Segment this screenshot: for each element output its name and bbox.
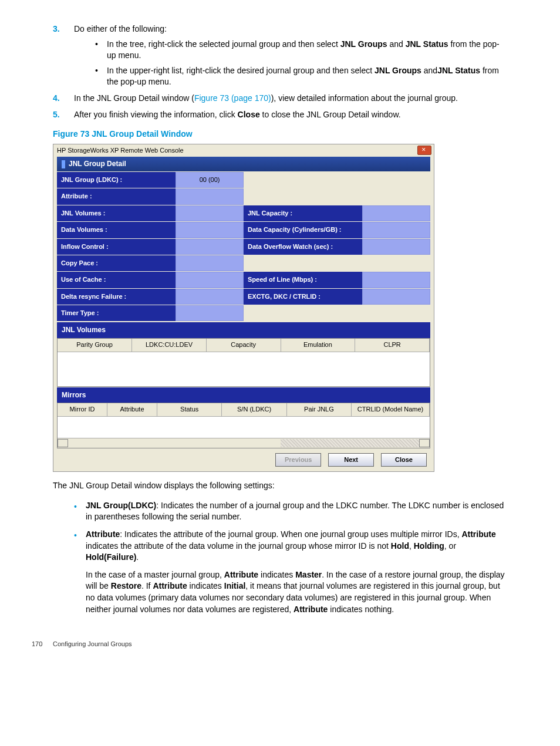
- label-data-capacity: Data Capacity (Cylinders/GB) :: [244, 222, 362, 238]
- window-title: HP StorageWorks XP Remote Web Console: [57, 147, 184, 154]
- label-data-volumes: Data Volumes :: [57, 222, 176, 238]
- value-use-of-cache: [176, 272, 244, 288]
- scroll-right-icon[interactable]: [419, 439, 430, 447]
- button-row: Previous Next Close: [57, 448, 430, 468]
- step-3-sub-2: In the upper-right list, right-click the…: [90, 65, 507, 88]
- value-data-overflow-watch: [362, 239, 430, 255]
- value-timer-type: [176, 305, 244, 321]
- label-jnl-capacity: JNL Capacity :: [244, 205, 362, 221]
- mirrors-header: Mirrors: [57, 387, 430, 403]
- step-3-text: Do either of the following:: [74, 24, 167, 33]
- jnl-group-detail-window: HP StorageWorks XP Remote Web Console JN…: [53, 144, 434, 472]
- value-jnl-group-ldkc: 00 (00): [176, 172, 244, 188]
- value-attribute: [176, 188, 244, 204]
- jnl-volumes-body: [58, 352, 430, 386]
- scroll-thumb[interactable]: [281, 439, 419, 447]
- detail-header: JNL Group Detail: [57, 157, 430, 171]
- after-figure-text: The JNL Group Detail window displays the…: [53, 480, 507, 492]
- label-copy-pace: Copy Pace :: [57, 255, 176, 271]
- value-jnl-volumes: [176, 205, 244, 221]
- bullet-attribute: Attribute: Indicates the attribute of th…: [69, 529, 507, 615]
- col-ldkc-cu-ldev[interactable]: LDKC:CU:LDEV: [132, 339, 207, 352]
- value-exctg-dkc-ctrlid: [362, 289, 430, 305]
- step-5-num: 5.: [53, 109, 60, 121]
- jnl-volumes-table: Parity Group LDKC:CU:LDEV Capacity Emula…: [57, 338, 430, 386]
- label-delta-resync-failure: Delta resync Failure :: [57, 289, 176, 305]
- col-sn-ldkc[interactable]: S/N (LDKC): [222, 403, 286, 416]
- previous-button[interactable]: Previous: [275, 453, 321, 467]
- step-4-num: 4.: [53, 93, 60, 104]
- label-exctg-dkc-ctrlid: EXCTG, DKC / CTRLID :: [244, 289, 362, 305]
- page-footer: 170 Configuring Journal Groups: [53, 640, 507, 649]
- mirrors-table: Mirror ID Attribute Status S/N (LDKC) Pa…: [57, 403, 430, 448]
- step-4: 4. In the JNL Group Detail window (Figur…: [53, 93, 507, 104]
- label-timer-type: Timer Type :: [57, 305, 176, 321]
- col-ctrlid-model-name[interactable]: CTRLID (Model Name): [352, 403, 430, 416]
- col-parity-group[interactable]: Parity Group: [58, 339, 132, 352]
- step-3-sub-1: In the tree, right-click the selected jo…: [90, 39, 507, 62]
- value-data-capacity: [362, 222, 430, 238]
- col-status[interactable]: Status: [157, 403, 222, 416]
- value-speed-of-line: [362, 272, 430, 288]
- footer-section: Configuring Journal Groups: [53, 640, 132, 647]
- col-mirror-id[interactable]: Mirror ID: [58, 403, 107, 416]
- figure-link[interactable]: Figure 73 (page 170): [194, 93, 271, 103]
- col-attribute[interactable]: Attribute: [107, 403, 157, 416]
- value-inflow-control: [176, 239, 244, 255]
- scroll-left-icon[interactable]: [58, 439, 68, 447]
- value-data-volumes: [176, 222, 244, 238]
- col-emulation[interactable]: Emulation: [281, 339, 355, 352]
- value-delta-resync-failure: [176, 289, 244, 305]
- label-data-overflow-watch: Data Overflow Watch (sec) :: [244, 239, 362, 255]
- bullet-jnl-group-ldkc: JNL Group(LDKC): Indicates the number of…: [69, 500, 507, 523]
- mirrors-body: [58, 417, 430, 438]
- label-attribute: Attribute :: [57, 188, 176, 204]
- page-number: 170: [32, 640, 42, 649]
- close-icon[interactable]: [417, 146, 431, 155]
- col-capacity[interactable]: Capacity: [206, 339, 281, 352]
- figure-title: Figure 73 JNL Group Detail Window: [53, 129, 507, 140]
- close-button[interactable]: Close: [381, 453, 427, 467]
- label-jnl-volumes: JNL Volumes :: [57, 205, 176, 221]
- col-clpr[interactable]: CLPR: [355, 339, 430, 352]
- label-use-of-cache: Use of Cache :: [57, 272, 176, 288]
- step-5: 5. After you finish viewing the informat…: [53, 109, 507, 121]
- detail-table: JNL Group (LDKC) :00 (00) Attribute : JN…: [57, 171, 430, 322]
- label-speed-of-line: Speed of Line (Mbps) :: [244, 272, 362, 288]
- label-jnl-group-ldkc: JNL Group (LDKC) :: [57, 172, 176, 188]
- jnl-volumes-header: JNL Volumes: [57, 322, 430, 338]
- step-3: 3. Do either of the following: In the tr…: [53, 23, 507, 88]
- col-pair-jnlg[interactable]: Pair JNLG: [286, 403, 351, 416]
- value-jnl-capacity: [362, 205, 430, 221]
- window-titlebar: HP StorageWorks XP Remote Web Console: [53, 144, 434, 157]
- step-3-num: 3.: [53, 23, 60, 35]
- mirrors-scrollbar[interactable]: [58, 438, 430, 448]
- next-button[interactable]: Next: [328, 453, 374, 467]
- value-copy-pace: [176, 255, 244, 271]
- label-inflow-control: Inflow Control :: [57, 239, 176, 255]
